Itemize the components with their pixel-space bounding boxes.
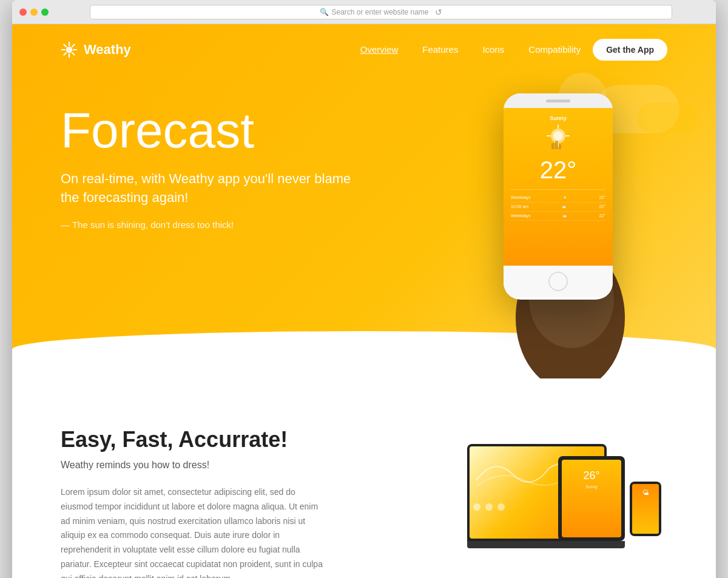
window-controls [19, 8, 49, 16]
small-phone-screen: 🌤 [632, 484, 659, 534]
browser-window: 🔍 Search or enter website name ↺ [12, 0, 716, 578]
nav-item-overview[interactable]: Overview [360, 44, 399, 55]
hero-section: Weathy Overview Features Icons Compatibi… [12, 24, 716, 378]
nav-link-icons[interactable]: Icons [482, 44, 504, 55]
phone-forecast-list: Weekdays☀22° 10:00 am⛅22° Weekdays⛅22° [511, 189, 605, 221]
svg-line-6 [72, 53, 75, 55]
svg-rect-15 [551, 143, 554, 149]
nav-links: Overview Features Icons Compatibility [360, 44, 581, 55]
forecast-row-1: Weekdays☀22° [511, 193, 605, 203]
phone-top-bar [504, 93, 613, 108]
nav-item-icons[interactable]: Icons [482, 44, 504, 55]
phone-location: Sunny [511, 115, 605, 121]
forecast-row-3: Weekdays⛅22° [511, 212, 605, 221]
svg-rect-17 [559, 144, 561, 149]
svg-line-7 [72, 44, 75, 47]
page-content: Weathy Overview Features Icons Compatibi… [12, 24, 716, 578]
brand-name: Weathy [84, 42, 131, 58]
minimize-button[interactable] [30, 8, 38, 16]
phone-home-button [548, 272, 568, 291]
refresh-icon[interactable]: ↺ [435, 7, 442, 17]
sun-icon [61, 41, 78, 58]
small-phone-mockup: 🌤 [639, 482, 661, 536]
hero-tagline: — The sun is shining, don't dress too th… [61, 220, 425, 230]
nav-item-features[interactable]: Features [422, 44, 458, 55]
close-button[interactable] [19, 8, 27, 16]
devices-wrapper: 26° Sunny 🌤 [467, 427, 661, 548]
svg-rect-16 [555, 141, 558, 149]
address-bar[interactable]: 🔍 Search or enter website name ↺ [90, 5, 672, 19]
browser-toolbar: 🔍 Search or enter website name ↺ [12, 0, 716, 24]
phone-icon-area [511, 123, 605, 153]
features-devices: 26° Sunny 🌤 [461, 427, 667, 548]
phone-bottom-bar [504, 266, 613, 297]
address-text: Search or enter website name [331, 8, 428, 16]
hero-title: Forecast [61, 106, 425, 155]
phone-screen: Sunny [504, 108, 613, 266]
features-body: Lorem ipsum dolor sit amet, consectetur … [61, 485, 328, 578]
navigation: Weathy Overview Features Icons Compatibi… [12, 24, 716, 75]
nav-link-compatibility[interactable]: Compatibility [528, 44, 581, 55]
nav-link-overview[interactable]: Overview [360, 44, 399, 55]
svg-point-0 [66, 47, 73, 53]
maximize-button[interactable] [41, 8, 49, 16]
forecast-row-2: 10:00 am⛅22° [511, 203, 605, 212]
hero-subtitle: On real-time, with Weathy app you'll nev… [61, 170, 364, 207]
hero-phone-area: Sunny [425, 87, 667, 330]
nav-link-features[interactable]: Features [422, 44, 458, 55]
nav-item-compatibility[interactable]: Compatibility [528, 44, 581, 55]
svg-line-8 [64, 53, 66, 55]
tablet-screen: 26° Sunny [562, 460, 621, 537]
svg-line-5 [64, 44, 66, 47]
features-section: Easy, Fast, Accurrate! Weathy reminds yo… [12, 378, 716, 578]
hero-text: Forecast On real-time, with Weathy app y… [61, 87, 425, 230]
phone-mockup: Sunny [504, 93, 613, 300]
features-subtitle: Weathy reminds you how to dress! [61, 460, 413, 471]
features-text: Easy, Fast, Accurrate! Weathy reminds yo… [61, 427, 413, 578]
search-icon: 🔍 [320, 8, 329, 16]
nav-brand: Weathy [61, 41, 131, 58]
laptop-base [467, 541, 625, 548]
svg-point-10 [553, 131, 563, 141]
phone-weather-icon [543, 123, 573, 153]
hero-content: Forecast On real-time, with Weathy app y… [12, 75, 716, 378]
tablet-mockup: 26° Sunny [576, 456, 625, 541]
phone-temperature: 22° [511, 158, 605, 182]
get-app-button[interactable]: Get the App [593, 39, 667, 61]
phone-speaker [546, 99, 570, 102]
features-title: Easy, Fast, Accurrate! [61, 427, 413, 452]
